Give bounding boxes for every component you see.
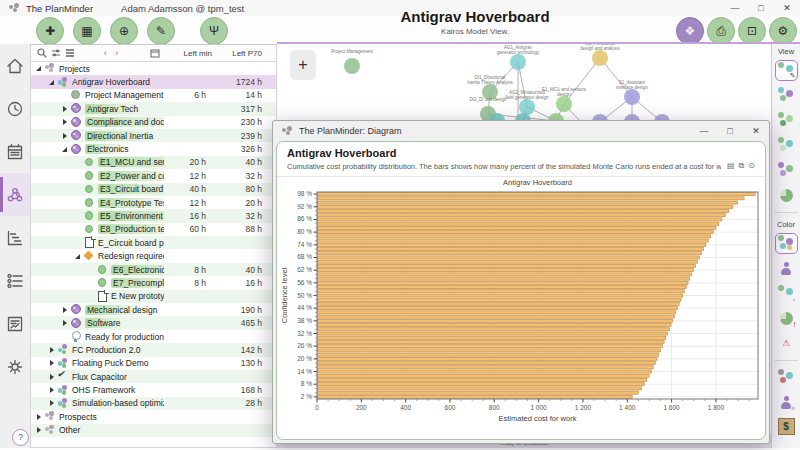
color-by-status-button[interactable]: ▫: [775, 283, 798, 304]
color-by-project-button[interactable]: [775, 233, 798, 254]
legend-icon[interactable]: ▤: [727, 161, 735, 171]
edit-model-button[interactable]: ✎: [147, 17, 175, 45]
copy-icon[interactable]: ⧉: [739, 161, 745, 171]
tree-row[interactable]: E3_Circuit board CAD40 h80 h: [31, 183, 276, 196]
search-icon[interactable]: [37, 48, 47, 58]
trace-dependencies-button[interactable]: [775, 367, 798, 388]
tree-row[interactable]: Compliance and documentation230 h: [31, 116, 276, 129]
nav-item-gantt[interactable]: [0, 216, 30, 259]
close-icon[interactable]: ✕: [774, 3, 800, 13]
dialog-maximize-icon[interactable]: □: [717, 126, 743, 136]
nav-item-home[interactable]: [0, 44, 30, 87]
model-view-button[interactable]: ❖: [676, 17, 704, 45]
tree-row[interactable]: OHS Framework168 h: [31, 383, 276, 396]
minimize-icon[interactable]: —: [722, 3, 748, 13]
schedule-settings-button[interactable]: ⚙: [769, 17, 797, 45]
expand-arrow[interactable]: [46, 387, 57, 393]
nav-item-calendar[interactable]: [0, 130, 30, 173]
new-project-button[interactable]: ✚: [36, 17, 64, 45]
tree-row[interactable]: Projects: [31, 62, 276, 75]
tree-row[interactable]: Software465 h: [31, 316, 276, 329]
diagram-node[interactable]: [556, 96, 572, 112]
nav-item-model[interactable]: [0, 173, 30, 216]
column-header-left-p70[interactable]: Left P70: [212, 49, 262, 58]
expand-arrow[interactable]: [59, 147, 70, 152]
expand-arrow[interactable]: [59, 320, 70, 326]
list-icon[interactable]: [65, 48, 75, 58]
tree-row[interactable]: E1_MCU and sensors design20 h40 h: [31, 156, 276, 169]
expand-arrow[interactable]: [33, 427, 44, 433]
tree-row[interactable]: Antigrav Tech317 h: [31, 102, 276, 115]
tree-row[interactable]: Mechanical design190 h: [31, 303, 276, 316]
color-warning-button[interactable]: ⚠: [775, 333, 798, 354]
tree-row[interactable]: Simulation-based optimization28 h: [31, 397, 276, 410]
tree-row[interactable]: E5_Environment & EMC prec16 h32 h: [31, 209, 276, 222]
tree-row[interactable]: Redesign required: [31, 249, 276, 262]
tree-row[interactable]: Prospects: [31, 410, 276, 423]
cost-view-button[interactable]: $: [776, 417, 797, 436]
view-grouping-button[interactable]: [775, 160, 798, 181]
tree-nav-arrows[interactable]: ‹ ›: [104, 48, 122, 58]
dialog-titlebar[interactable]: The PlanMinder: Diagram — □ ✕: [273, 121, 769, 141]
expand-arrow[interactable]: [33, 414, 44, 420]
tree-row[interactable]: FC Production 2.0142 h: [31, 343, 276, 356]
nav-item-time[interactable]: [0, 87, 30, 130]
view-model-button[interactable]: [775, 85, 798, 106]
view-pie-button[interactable]: [775, 185, 798, 206]
expand-arrow[interactable]: [72, 254, 83, 259]
view-edit-button[interactable]: ✎: [775, 60, 798, 81]
camera-icon[interactable]: ⊙: [748, 161, 755, 171]
view-detail-button[interactable]: [775, 135, 798, 156]
expand-arrow[interactable]: [46, 347, 57, 353]
tree-row[interactable]: Ready for production: [31, 330, 276, 343]
tree-row[interactable]: ✔Flux Capacitor: [31, 370, 276, 383]
diagram-node[interactable]: [519, 99, 535, 115]
add-task-button[interactable]: ⊕: [110, 17, 138, 45]
diagram-node[interactable]: [344, 58, 360, 74]
nav-item-resources[interactable]: [0, 259, 30, 302]
find-resource-button[interactable]: ⌕: [775, 392, 798, 413]
tree-row[interactable]: Directional Inertia239 h: [31, 129, 276, 142]
nav-item-reports[interactable]: [0, 302, 30, 345]
color-by-resource-button[interactable]: [775, 258, 798, 279]
tree-row[interactable]: E6_Electronics Redesign8 h40 h: [31, 263, 276, 276]
tree-row[interactable]: E2_Power and control electro12 h32 h: [31, 169, 276, 182]
diagram-node[interactable]: [624, 89, 640, 105]
snapshot-button[interactable]: ⊡: [738, 17, 766, 45]
tree-row[interactable]: Floating Puck Demo130 h: [31, 357, 276, 370]
print-button[interactable]: ⎙: [707, 17, 735, 45]
tree-row[interactable]: E7_Precompliance test o8 h16 h: [31, 276, 276, 289]
help-button[interactable]: ?: [12, 429, 29, 446]
view-progress-button[interactable]: [775, 110, 798, 131]
zoom-in-button[interactable]: +: [290, 50, 316, 80]
expand-arrow[interactable]: [46, 400, 57, 406]
expand-arrow[interactable]: [33, 66, 44, 71]
dialog-close-icon[interactable]: ✕: [743, 126, 769, 136]
diagram-node[interactable]: [510, 54, 526, 70]
tree-row[interactable]: Other: [31, 424, 276, 437]
expand-arrow[interactable]: [46, 360, 57, 366]
diagram-node[interactable]: [592, 50, 608, 66]
expand-arrow[interactable]: [59, 106, 70, 112]
tree-row[interactable]: Antigrav Hoverboard1724 h: [31, 75, 276, 88]
tree-row[interactable]: E New prototypes: [31, 290, 276, 303]
expand-arrow[interactable]: [59, 307, 70, 313]
column-header-left-min[interactable]: Left min: [162, 49, 212, 58]
expand-arrow[interactable]: [59, 133, 70, 139]
nav-item-settings[interactable]: [0, 345, 30, 388]
expand-arrow[interactable]: [46, 374, 57, 380]
expand-arrow[interactable]: [59, 119, 70, 125]
calendar-column-icon[interactable]: [150, 48, 160, 58]
dialog-minimize-icon[interactable]: —: [691, 126, 717, 136]
what-if-button[interactable]: Ψ: [200, 17, 228, 45]
color-by-risk-button[interactable]: !: [775, 308, 798, 329]
tree-row[interactable]: E_Circuit board prototypes: [31, 236, 276, 249]
filter-icon[interactable]: [51, 48, 61, 58]
tree-row[interactable]: E8_Production test and calib60 h88 h: [31, 223, 276, 236]
plan-calendar-button[interactable]: ▦: [73, 17, 101, 45]
expand-arrow[interactable]: [46, 80, 57, 85]
maximize-icon[interactable]: □: [748, 3, 774, 13]
tree-row[interactable]: E4_Prototype Testing12 h20 h: [31, 196, 276, 209]
tree-row[interactable]: Electronics326 h: [31, 142, 276, 155]
tree-row[interactable]: Project Management6 h14 h: [31, 89, 276, 102]
